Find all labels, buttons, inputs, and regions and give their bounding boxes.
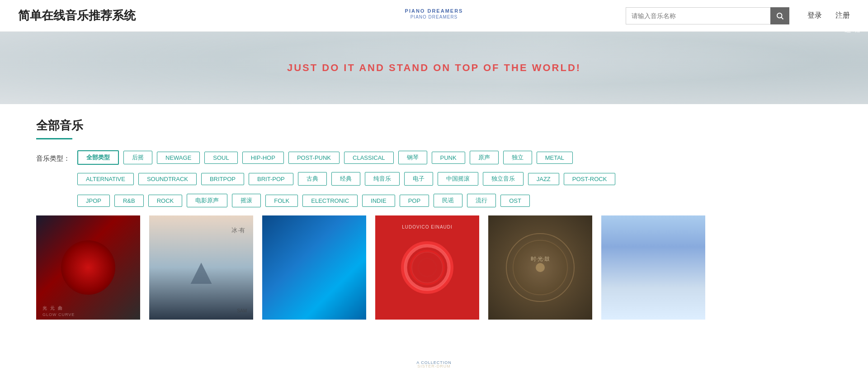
genre-tag-piano[interactable]: 钢琴 bbox=[398, 151, 427, 164]
album-cover-2: 冰·有 SAM bbox=[149, 215, 253, 320]
genre-tag-all[interactable]: 全部类型 bbox=[77, 150, 119, 165]
svg-point-0 bbox=[777, 13, 782, 18]
search-button[interactable] bbox=[770, 7, 789, 24]
svg-line-1 bbox=[781, 17, 783, 19]
section-title: 全部音乐 bbox=[36, 118, 832, 134]
site-logo: 简单在线音乐推荐系统 bbox=[18, 8, 608, 24]
genre-tag-soundtrack[interactable]: SOUNDTRACK bbox=[138, 173, 197, 185]
genre-tag-jingdian[interactable]: 经典 bbox=[331, 172, 360, 186]
album-subtitle-1: 光 元 曲 bbox=[42, 305, 63, 311]
genre-tag-classical[interactable]: CLASSICAL bbox=[344, 152, 394, 164]
genre-tag-pop[interactable]: POP bbox=[400, 195, 429, 207]
genre-tag-ost[interactable]: OST bbox=[500, 195, 530, 207]
album-text-3: 帆 一雨 连·琉 bbox=[838, 11, 860, 35]
genre-label: 音乐类型： bbox=[36, 150, 70, 167]
genre-tag-dianyingyuansheng[interactable]: 电影原声 bbox=[187, 194, 227, 207]
genre-tag-soul[interactable]: SOUL bbox=[204, 152, 237, 164]
album-cover-3: 帆 一雨 连·琉 起 bbox=[262, 215, 366, 320]
album-cover-1: 光 元 曲 GLOW CURVE bbox=[36, 215, 140, 320]
album-cover-6: PIANO DREAMERS PIANO DREAMERS A COLLECTI… bbox=[601, 215, 705, 320]
genre-tags-row1: 全部类型 后摇 NEWAGE SOUL HIP-HOP POST-PUNK CL… bbox=[77, 150, 573, 165]
genre-tag-yaogan[interactable]: 摇滚 bbox=[232, 194, 261, 207]
album-cover-5: 时·光·鼓 SISTER-DRUM bbox=[488, 215, 592, 320]
genre-tag-rock[interactable]: ROCK bbox=[148, 195, 183, 207]
genre-tag-yuansheng[interactable]: 原声 bbox=[470, 151, 499, 164]
album-artist-4: LUDOVICO EINAUDI bbox=[402, 225, 453, 230]
genre-tag-dulimusic[interactable]: 独立音乐 bbox=[483, 172, 524, 186]
album-artist-2: SAM bbox=[237, 308, 247, 313]
search-icon bbox=[776, 12, 784, 20]
genre-tags-row3: JPOP R&B ROCK 电影原声 摇滚 FOLK ELECTRONIC IN… bbox=[77, 194, 530, 207]
genre-tag-alternative[interactable]: ALTERNATIVE bbox=[77, 173, 134, 185]
genre-tags-row2: ALTERNATIVE SOUNDTRACK BRITPOP BRIT-POP … bbox=[77, 172, 615, 186]
album-disc-5: 时·光·鼓 bbox=[504, 231, 576, 304]
banner: JUST DO IT AND STAND ON TOP OF THE WORLD… bbox=[0, 32, 868, 104]
genre-tag-duli[interactable]: 独立 bbox=[503, 151, 532, 164]
genre-tag-dianzi[interactable]: 电子 bbox=[404, 172, 433, 186]
genre-tag-postpunk[interactable]: POST-PUNK bbox=[288, 152, 340, 164]
genre-tag-electronic[interactable]: ELECTRONIC bbox=[302, 195, 358, 207]
album-card-2[interactable]: 冰·有 SAM bbox=[149, 215, 253, 320]
genre-tag-hiphop[interactable]: HIP-HOP bbox=[242, 152, 284, 164]
genre-tag-britpop2[interactable]: BRIT-POP bbox=[249, 173, 293, 185]
banner-text: JUST DO IT AND STAND ON TOP OF THE WORLD… bbox=[287, 62, 581, 74]
album-cover-4: LUDOVICO EINAUDI bbox=[375, 215, 479, 320]
genre-row-1: 音乐类型： 全部类型 后摇 NEWAGE SOUL HIP-HOP POST-P… bbox=[36, 150, 832, 167]
search-container bbox=[626, 7, 789, 24]
genre-filter-area: 音乐类型： 全部类型 后摇 NEWAGE SOUL HIP-HOP POST-P… bbox=[36, 150, 832, 210]
svg-point-3 bbox=[411, 252, 443, 283]
album-card-6[interactable]: PIANO DREAMERS PIANO DREAMERS A COLLECTI… bbox=[601, 215, 705, 320]
genre-tag-indie[interactable]: INDIE bbox=[362, 195, 395, 207]
svg-point-7 bbox=[536, 263, 545, 272]
genre-tag-punk[interactable]: PUNK bbox=[432, 152, 465, 164]
genre-tag-houyo[interactable]: 后摇 bbox=[123, 151, 152, 164]
genre-tag-newage[interactable]: NEWAGE bbox=[157, 152, 200, 164]
search-input[interactable] bbox=[626, 7, 770, 24]
genre-tag-chunyinyue[interactable]: 纯音乐 bbox=[365, 172, 400, 186]
album-title-2: 冰·有 bbox=[231, 226, 245, 234]
genre-tag-postrock[interactable]: POST-ROCK bbox=[564, 173, 616, 185]
album-card-1[interactable]: 光 元 曲 GLOW CURVE bbox=[36, 215, 140, 320]
genre-tag-zhongguoyaogan[interactable]: 中国摇滚 bbox=[438, 172, 478, 186]
svg-text:时·光·鼓: 时·光·鼓 bbox=[531, 256, 550, 262]
main-content: 全部音乐 音乐类型： 全部类型 后摇 NEWAGE SOUL HIP-HOP P… bbox=[0, 104, 868, 333]
genre-tag-folk[interactable]: FOLK bbox=[265, 195, 298, 207]
album-label-1: GLOW CURVE bbox=[42, 312, 75, 317]
genre-tag-jazz[interactable]: JAZZ bbox=[528, 173, 559, 185]
album-emblem-4 bbox=[402, 243, 452, 292]
album-card-3[interactable]: 帆 一雨 连·琉 起 bbox=[262, 215, 366, 320]
genre-row-2: 音乐类型： ALTERNATIVE SOUNDTRACK BRITPOP BRI… bbox=[36, 172, 832, 188]
album-grid: 光 元 曲 GLOW CURVE 冰·有 SAM 帆 一雨 连·琉 起 bbox=[36, 215, 832, 320]
genre-tag-rnb[interactable]: R&B bbox=[114, 195, 144, 207]
svg-point-2 bbox=[406, 246, 449, 289]
genre-tag-jpop[interactable]: JPOP bbox=[77, 195, 110, 207]
genre-row-3: 音乐类型： JPOP R&B ROCK 电影原声 摇滚 FOLK ELECTRO… bbox=[36, 194, 832, 210]
album-text-6: PIANO DREAMERS PIANO DREAMERS bbox=[405, 8, 463, 19]
svg-point-4 bbox=[418, 258, 436, 277]
section-underline bbox=[36, 138, 72, 139]
album-card-4[interactable]: LUDOVICO EINAUDI bbox=[375, 215, 479, 320]
genre-tag-britpop[interactable]: BRITPOP bbox=[201, 173, 244, 185]
album-card-5[interactable]: 时·光·鼓 SISTER-DRUM bbox=[488, 215, 592, 320]
genre-tag-metal[interactable]: METAL bbox=[537, 152, 573, 164]
login-link[interactable]: 登录 bbox=[807, 11, 822, 20]
genre-tag-minyao[interactable]: 民谣 bbox=[434, 194, 462, 207]
genre-tag-gudian[interactable]: 古典 bbox=[298, 172, 327, 186]
genre-tag-liuxing[interactable]: 流行 bbox=[467, 194, 496, 207]
